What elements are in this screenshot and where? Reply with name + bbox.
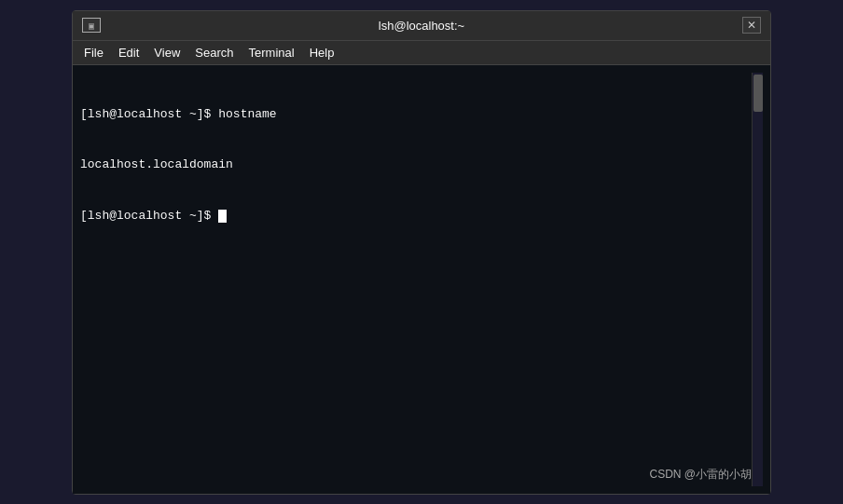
menu-item-search[interactable]: Search <box>187 44 241 61</box>
terminal-window: ▣ lsh@localhost:~ ✕ File Edit View Searc… <box>72 10 771 495</box>
window-icon: ▣ <box>82 18 101 33</box>
menu-item-view[interactable]: View <box>146 44 187 61</box>
watermark: CSDN @小雷的小胡 <box>649 467 752 483</box>
title-bar-right[interactable]: ✕ <box>742 17 761 34</box>
title-bar-left: ▣ <box>82 18 101 33</box>
terminal-line-1: [lsh@localhost ~]$ hostname <box>80 106 752 123</box>
menu-item-help[interactable]: Help <box>302 44 342 61</box>
window-icon-symbol: ▣ <box>89 20 94 31</box>
scrollbar[interactable] <box>752 73 763 486</box>
terminal-content[interactable]: [lsh@localhost ~]$ hostname localhost.lo… <box>80 73 752 486</box>
terminal-body[interactable]: [lsh@localhost ~]$ hostname localhost.lo… <box>73 65 770 494</box>
menu-item-edit[interactable]: Edit <box>111 44 146 61</box>
close-button[interactable]: ✕ <box>742 17 761 34</box>
menu-item-file[interactable]: File <box>76 44 111 61</box>
terminal-line-3: [lsh@localhost ~]$ <box>80 208 752 225</box>
scrollbar-thumb[interactable] <box>753 75 763 112</box>
terminal-cursor <box>218 210 227 223</box>
menu-bar: File Edit View Search Terminal Help <box>73 41 770 65</box>
title-bar: ▣ lsh@localhost:~ ✕ <box>73 11 770 41</box>
window-title: lsh@localhost:~ <box>379 19 464 33</box>
menu-item-terminal[interactable]: Terminal <box>242 44 302 61</box>
terminal-line-2: localhost.localdomain <box>80 157 752 173</box>
